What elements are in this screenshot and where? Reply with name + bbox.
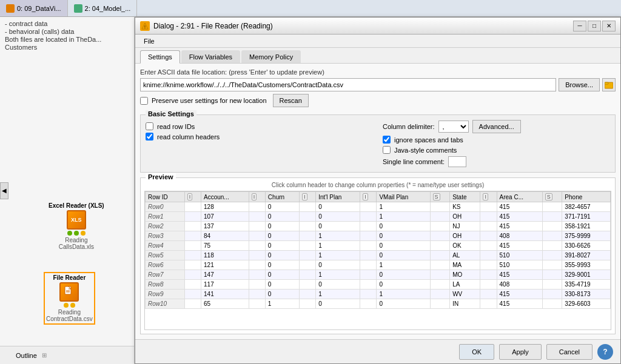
table-row: Row2137000NJ415358-1921 [146,222,611,231]
table-row: Row6121001MA510355-9993 [146,260,611,270]
col-type4[interactable]: I [360,192,377,202]
apply-button[interactable]: Apply [499,344,542,360]
ok-button[interactable]: OK [459,344,494,360]
preview-table-wrapper[interactable]: Row ID I Accoun... I Churn I Int'l Plan … [144,191,611,330]
col-state[interactable]: State [450,192,480,202]
delimiter-row: Column delimiter: , ; \t Advanced... [383,120,610,133]
read-row-ids-row: read row IDs [146,122,373,130]
file-section-label: Enter ASCII data file location: (press '… [140,68,616,76]
tab-flow-variables[interactable]: Flow Variables [181,50,240,63]
read-col-headers-label: read column headers [157,133,220,141]
delimiter-select[interactable]: , ; \t [438,121,469,133]
line4: Customers [5,44,129,51]
cancel-button[interactable]: Cancel [546,344,592,360]
tabs: Settings Flow Variables Memory Policy [135,48,620,64]
settings-row: read row IDs read column headers Column … [146,120,610,167]
file-reader-node[interactable]: File Reader Reading ContractData.csv [44,272,95,325]
warning-icon: ! [141,22,149,30]
svg-rect-6 [605,82,608,84]
dialog-title-text: Dialog - 2:91 - File Reader (Reading) [153,22,573,30]
taskbar-item-data-label: 0: 09_DataVi... [17,5,61,12]
col-type5[interactable]: I [480,192,497,202]
dot1 [67,231,72,236]
col-type2[interactable]: I [249,192,265,202]
preserve-checkbox[interactable] [140,97,148,105]
single-comment-input[interactable] [448,156,466,167]
preview-tbody: Row0128001KS415382-4657Row1107001OH41537… [146,202,611,309]
col-row-id[interactable]: Row ID [146,192,185,202]
col-type1[interactable]: I [184,192,201,202]
read-row-ids-checkbox[interactable] [146,122,153,130]
fdot1 [64,303,69,308]
tab-settings[interactable]: Settings [140,50,180,64]
read-row-ids-label: read row IDs [157,123,195,130]
col-intl[interactable]: Int'l Plan [316,192,360,202]
file-icon-button[interactable] [602,78,616,91]
ignore-spaces-row: ignore spaces and tabs [383,136,610,144]
help-button[interactable]: ? [597,344,613,360]
single-comment-label: Single line comment: [383,158,445,165]
menu-bar: File [135,35,620,48]
dot2 [74,231,79,236]
table-row: Row0128001KS415382-4657 [146,202,611,212]
file-path-row: Browse... [140,78,616,91]
preserve-label: Preserve user settings for new location [152,97,267,104]
col-vmail[interactable]: VMail Plan [377,192,430,202]
dialog-footer: OK Apply Cancel ? [135,339,620,363]
header-row: Row ID I Accoun... I Churn I Int'l Plan … [146,192,611,202]
rescan-button[interactable]: Rescan [273,94,309,107]
excel-sub1: Reading [49,237,104,243]
read-col-headers-row: read column headers [146,133,373,141]
tab-memory-policy[interactable]: Memory Policy [241,50,301,63]
col-stype1[interactable]: S [430,192,450,202]
workflow-area: Excel Reader (XLS) XLS Reading CallsData… [0,184,134,346]
col-account[interactable]: Accoun... [201,192,249,202]
col-stype2[interactable]: S [542,192,562,202]
model-view-icon [74,4,82,13]
advanced-button[interactable]: Advanced... [472,120,521,133]
file-path-input[interactable] [140,78,556,91]
ignore-spaces-label: ignore spaces and tabs [394,136,463,144]
minimize-button[interactable]: ─ [573,21,586,31]
table-row: Row7147010MO415329-9001 [146,270,611,280]
ignore-spaces-checkbox[interactable] [383,136,391,144]
taskbar-item-model[interactable]: 2: 04_Model_... [68,0,138,16]
preview-legend: Preview [146,173,176,180]
file-section: Enter ASCII data file location: (press '… [140,68,616,110]
basic-settings-legend: Basic Settings [146,110,196,117]
java-comments-label: Java-style comments [394,147,457,154]
file-node-title: File Reader [46,274,93,281]
left-panel-bottom: ◀ Outline ⊞ [0,346,134,364]
col-phone[interactable]: Phone [562,192,611,202]
svg-text:!: ! [144,25,146,29]
basic-settings: Basic Settings read row IDs read column … [140,114,616,173]
taskbar-item-data[interactable]: 0: 09_DataVi... [0,0,68,16]
taskbar: 0: 09_DataVi... 2: 04_Model_... [0,0,621,17]
excel-node-dots [49,231,104,236]
maximize-button[interactable]: □ [588,21,601,31]
browse-button[interactable]: Browse... [559,78,600,91]
dialog-title-icon: ! [140,21,150,31]
preview-section: Preview Click column header to change co… [140,177,616,334]
col-area[interactable]: Area C... [497,192,542,202]
menu-file[interactable]: File [139,36,159,46]
excel-sub2: CallsData.xls [49,243,104,250]
col-type3[interactable]: I [300,192,316,202]
outline-tab[interactable]: Outline [16,352,37,359]
close-button[interactable]: ✕ [602,21,616,31]
java-comments-row: Java-style comments [383,146,610,154]
preview-table: Row ID I Accoun... I Churn I Int'l Plan … [145,191,611,309]
table-row: Row475010OK415330-6626 [146,241,611,251]
excel-node-icon: XLS [67,210,86,230]
settings-right: Column delimiter: , ; \t Advanced... [383,120,610,167]
line3: Both files are located in TheDa... [5,36,129,43]
settings-left: read row IDs read column headers [146,120,373,143]
col-churn[interactable]: Churn [265,192,299,202]
scroll-left[interactable]: ◀ [0,182,8,199]
table-row: Row1065100IN415329-6603 [146,299,611,309]
excel-reader-node[interactable]: Excel Reader (XLS) XLS Reading CallsData… [49,202,104,250]
file-icon-svg [63,286,75,298]
fdot2 [70,303,75,308]
read-col-headers-checkbox[interactable] [146,133,153,141]
java-comments-checkbox[interactable] [383,146,391,154]
